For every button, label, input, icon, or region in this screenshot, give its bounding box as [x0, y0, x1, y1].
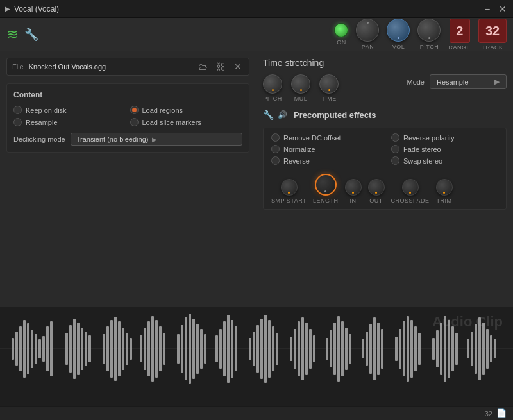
- svg-rect-93: [478, 317, 481, 380]
- smp-start-container: SMP START: [271, 179, 307, 204]
- svg-rect-38: [192, 319, 195, 379]
- svg-rect-94: [482, 323, 485, 375]
- svg-rect-76: [395, 337, 398, 361]
- svg-rect-84: [436, 330, 439, 367]
- svg-rect-27: [140, 335, 142, 362]
- label-resample: Resample: [26, 119, 58, 126]
- radio-dc-offset: [271, 133, 280, 142]
- declicking-dropdown[interactable]: Transient (no bleeding) ▶: [71, 133, 242, 146]
- waveform-footer: 32 📄: [0, 406, 513, 420]
- range-badge[interactable]: 2: [450, 19, 470, 43]
- effect-dc-offset[interactable]: Remove DC offset: [271, 133, 378, 142]
- radio-load-slice: [130, 118, 139, 126]
- svg-rect-16: [81, 328, 83, 370]
- pitch-ts-knob[interactable]: [263, 74, 282, 94]
- pitch-knob-container: PITCH: [417, 19, 441, 50]
- svg-rect-87: [448, 320, 450, 378]
- option-resample[interactable]: Resample: [13, 118, 126, 126]
- label-reverse-polarity: Reverse polarity: [403, 134, 454, 142]
- svg-rect-71: [366, 332, 368, 366]
- mul-knob[interactable]: [291, 74, 310, 94]
- pitch-ts-label: PITCH: [263, 96, 282, 102]
- effect-reverse[interactable]: Reverse: [271, 156, 378, 165]
- time-knob[interactable]: [319, 74, 339, 94]
- svg-rect-51: [260, 319, 263, 379]
- label-keep-disk: Keep on disk: [26, 106, 67, 114]
- time-stretching-title: Time stretching: [263, 58, 324, 68]
- svg-rect-33: [163, 333, 165, 365]
- svg-rect-48: [249, 338, 251, 360]
- pitch-knob[interactable]: [417, 19, 441, 42]
- label-normalize: Normalize: [283, 146, 315, 153]
- crossfade-knob[interactable]: [402, 179, 419, 196]
- file-close-button[interactable]: ✕: [232, 61, 244, 72]
- svg-rect-14: [73, 319, 76, 379]
- file-link-button[interactable]: ⛓: [214, 61, 227, 72]
- effect-swap-stereo[interactable]: Swap stereo: [391, 156, 498, 165]
- svg-rect-29: [147, 321, 150, 376]
- mode-dropdown[interactable]: Resample ▶: [430, 74, 507, 89]
- option-keep-disk[interactable]: Keep on disk: [13, 106, 126, 114]
- label-dc-offset: Remove DC offset: [283, 134, 341, 142]
- precomputed-title: Precomputed effects: [294, 110, 376, 120]
- close-button[interactable]: ✕: [498, 4, 508, 14]
- radio-load-regions: [130, 106, 139, 114]
- svg-rect-7: [35, 334, 37, 364]
- pan-knob-container: PAN: [356, 19, 379, 50]
- label-load-regions: Load regions: [142, 106, 183, 114]
- effect-normalize[interactable]: Normalize: [271, 145, 378, 153]
- svg-rect-1: [12, 338, 14, 360]
- option-load-regions[interactable]: Load regions: [130, 106, 243, 114]
- content-options: Keep on disk Load regions Resample Load …: [13, 106, 242, 126]
- effect-fade-stereo[interactable]: Fade stereo: [391, 145, 498, 153]
- svg-rect-11: [50, 321, 53, 376]
- svg-rect-59: [301, 317, 304, 380]
- svg-rect-45: [227, 315, 230, 383]
- option-load-slice[interactable]: Load slice markers: [130, 118, 243, 126]
- in-knob[interactable]: [345, 179, 362, 196]
- svg-rect-5: [27, 323, 29, 374]
- svg-rect-34: [177, 334, 180, 364]
- svg-rect-85: [440, 323, 442, 375]
- toolbar: ≋ 🔧 ON PAN VOL PITCH: [0, 18, 513, 51]
- range-badge-container: 2 RANGE: [448, 19, 471, 51]
- svg-rect-20: [106, 326, 109, 371]
- precomputed-header: 🔧 🔊 Precomputed effects: [263, 110, 507, 122]
- on-button[interactable]: ON: [334, 23, 348, 46]
- smp-start-knob[interactable]: [281, 179, 298, 196]
- minimize-button[interactable]: −: [482, 4, 492, 14]
- declicking-value: Transient (no bleeding): [76, 135, 149, 143]
- pan-knob[interactable]: [356, 19, 379, 42]
- svg-rect-43: [219, 329, 222, 369]
- svg-rect-30: [151, 316, 154, 382]
- vol-knob-container: VOL: [387, 19, 410, 50]
- file-open-button[interactable]: 🗁: [196, 61, 209, 72]
- svg-rect-50: [256, 325, 259, 373]
- svg-rect-37: [189, 314, 191, 384]
- mode-value: Resample: [437, 78, 469, 86]
- trim-label: TRIM: [437, 197, 452, 204]
- wrench-icon[interactable]: 🔧: [24, 28, 38, 42]
- svg-rect-69: [349, 334, 351, 364]
- svg-rect-39: [196, 324, 199, 374]
- waveform-icon[interactable]: ≋: [6, 26, 18, 43]
- svg-rect-55: [276, 333, 278, 365]
- on-circle: [334, 23, 348, 37]
- svg-rect-96: [490, 335, 492, 362]
- time-stretch-row: PITCH MUL TIME Mode Resa: [263, 74, 507, 102]
- trim-knob[interactable]: [436, 179, 453, 196]
- file-name: Knocked Out Vocals.ogg: [29, 63, 191, 71]
- content-title: Content: [13, 90, 242, 99]
- vol-knob[interactable]: [387, 19, 410, 42]
- effect-reverse-polarity[interactable]: Reverse polarity: [391, 133, 498, 142]
- toolbar-right: ON PAN VOL PITCH 2 RANGE: [334, 19, 507, 51]
- waveform-svg: [0, 307, 513, 391]
- length-knob[interactable]: [315, 174, 337, 196]
- toolbar-left: ≋ 🔧: [6, 26, 330, 43]
- svg-rect-40: [200, 329, 203, 369]
- svg-rect-72: [369, 324, 372, 374]
- precomputed-body: Remove DC offset Reverse polarity Normal…: [263, 128, 507, 210]
- track-badge[interactable]: 32: [478, 19, 507, 43]
- svg-rect-78: [403, 321, 405, 376]
- out-knob[interactable]: [368, 179, 385, 196]
